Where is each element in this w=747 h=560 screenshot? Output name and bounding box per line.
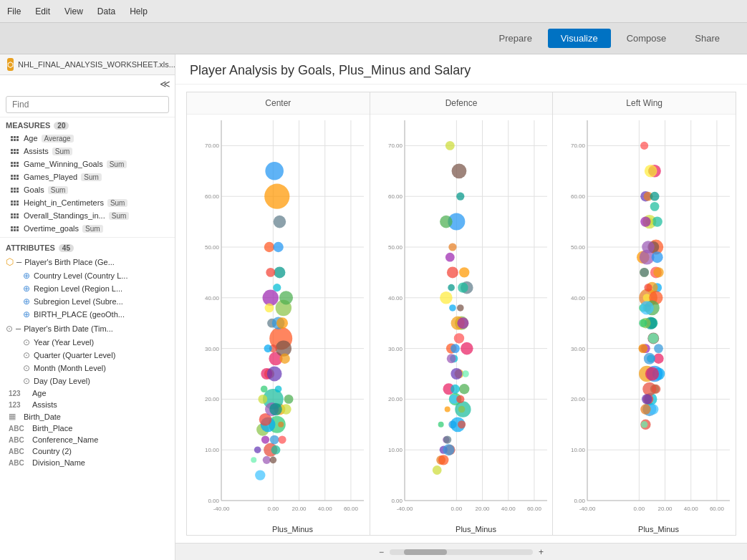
measure-height[interactable]: Height_in_Centimeters Sum bbox=[0, 196, 175, 209]
type-icon: ABC bbox=[9, 448, 29, 455]
measure-overall[interactable]: Overall_Standings_in... Sum bbox=[0, 209, 175, 222]
menu-help[interactable]: Help bbox=[130, 6, 148, 16]
measure-age[interactable]: Age Average bbox=[0, 132, 175, 145]
svg-point-151 bbox=[450, 344, 460, 353]
svg-point-236 bbox=[644, 353, 655, 365]
chart-panel-center: Center 0.0010.0020.0030.0040.0050.0060.0… bbox=[187, 92, 370, 535]
attributes-section-header: ATTRIBUTES 45 bbox=[0, 240, 175, 254]
svg-point-129 bbox=[453, 333, 463, 343]
attr-quarter-level[interactable]: ⊙ Quarter (Quarter Level) bbox=[0, 349, 175, 362]
menu-edit[interactable]: Edit bbox=[35, 6, 50, 16]
menu-file[interactable]: File bbox=[7, 6, 21, 16]
svg-point-75 bbox=[261, 435, 269, 443]
chart-panel-defence: Defence 0.0010.0020.0030.0040.0050.0060.… bbox=[370, 92, 554, 535]
attr-region-level[interactable]: ⊕ Region Level (Region L... bbox=[0, 282, 175, 295]
attr-birth-place[interactable]: ABC Birth_Place bbox=[0, 423, 175, 434]
svg-text:60.00: 60.00 bbox=[527, 506, 542, 512]
attr-day-label: Day (Day Level) bbox=[34, 377, 90, 385]
clock-icon: ⊙ bbox=[23, 363, 30, 373]
measure-goals[interactable]: Goals Sum bbox=[0, 183, 175, 196]
compose-button[interactable]: Compose bbox=[614, 29, 680, 48]
minus-icon-time[interactable]: – bbox=[16, 323, 21, 334]
attr-month-level[interactable]: ⊙ Month (Month Level) bbox=[0, 362, 175, 375]
minus-icon[interactable]: – bbox=[16, 256, 21, 267]
attr-birth-date[interactable]: ▦ Birth_Date bbox=[0, 410, 175, 423]
measure-game-winning-goals[interactable]: Game_Winning_Goals Sum bbox=[0, 158, 175, 170]
svg-point-237 bbox=[640, 319, 647, 327]
svg-point-76 bbox=[269, 403, 282, 416]
svg-text:20.00: 20.00 bbox=[571, 396, 586, 402]
svg-point-126 bbox=[445, 253, 455, 262]
content-area: Player Analysis by Goals, Plus_Minus and… bbox=[175, 54, 747, 560]
attr-age[interactable]: 123 Age bbox=[0, 387, 175, 399]
panel-title-left-wing: Left Wing bbox=[553, 92, 736, 115]
svg-point-50 bbox=[274, 266, 285, 278]
attr-country-2[interactable]: ABC Country (2) bbox=[0, 445, 175, 457]
visualize-button[interactable]: Visualize bbox=[548, 29, 611, 48]
svg-point-140 bbox=[450, 385, 460, 394]
svg-point-230 bbox=[650, 192, 660, 201]
attr-day-level[interactable]: ⊙ Day (Day Level) bbox=[0, 375, 175, 387]
svg-point-71 bbox=[276, 317, 288, 329]
menu-view[interactable]: View bbox=[64, 6, 83, 16]
svg-point-73 bbox=[266, 268, 275, 277]
file-name: NHL_FINAL_ANALYSIS_WORKSHEET.xls... bbox=[18, 60, 175, 69]
measure-age-label: Age bbox=[24, 134, 38, 143]
menu-bar: File Edit View Data Help bbox=[0, 0, 747, 23]
panel-title-center: Center bbox=[187, 92, 370, 115]
attr-birth-place-geo[interactable]: ⬡ – Player's Birth Place (Ge... bbox=[0, 254, 175, 269]
svg-text:30.00: 30.00 bbox=[388, 346, 403, 352]
svg-point-52 bbox=[278, 435, 286, 443]
svg-point-232 bbox=[640, 142, 648, 150]
svg-point-152 bbox=[457, 317, 468, 329]
svg-point-145 bbox=[445, 141, 455, 150]
svg-point-239 bbox=[642, 241, 655, 254]
collapse-sidebar-button[interactable]: ≪ bbox=[160, 78, 170, 90]
search-input[interactable] bbox=[6, 96, 169, 113]
type-icon: ABC bbox=[9, 459, 29, 467]
svg-text:40.00: 40.00 bbox=[571, 295, 586, 301]
svg-point-57 bbox=[261, 385, 268, 392]
attr-country-label: Country (2) bbox=[32, 447, 72, 455]
svg-text:40.00: 40.00 bbox=[501, 506, 516, 512]
zoom-out-button[interactable]: − bbox=[379, 547, 384, 557]
divider bbox=[0, 237, 175, 238]
svg-point-148 bbox=[459, 267, 469, 277]
type-icon: 123 bbox=[9, 401, 29, 409]
measure-overall-label: Overall_Standings_in... bbox=[24, 211, 105, 220]
attr-subregion-level[interactable]: ⊕ Subregion Level (Subre... bbox=[0, 295, 175, 308]
svg-point-72 bbox=[279, 291, 293, 304]
svg-point-231 bbox=[645, 165, 657, 178]
attr-country-level[interactable]: ⊕ Country Level (Country L... bbox=[0, 269, 175, 282]
attr-year-level[interactable]: ⊙ Year (Year Level) bbox=[0, 336, 175, 349]
svg-point-128 bbox=[440, 291, 453, 304]
prepare-button[interactable]: Prepare bbox=[486, 29, 545, 48]
measure-overtime[interactable]: Overtime_goals Sum bbox=[0, 222, 175, 235]
measure-icon bbox=[9, 198, 20, 207]
type-icon: ABC bbox=[9, 425, 29, 433]
share-button[interactable]: Share bbox=[682, 29, 733, 48]
svg-point-144 bbox=[451, 163, 466, 178]
attr-birth-date-time[interactable]: ⊙ – Player's Birth Date (Tim... bbox=[0, 321, 175, 336]
attr-conference-name[interactable]: ABC Conference_Name bbox=[0, 434, 175, 445]
type-icon: 123 bbox=[9, 390, 29, 397]
file-bar: ⬡ NHL_FINAL_ANALYSIS_WORKSHEET.xls... ▾ bbox=[0, 54, 175, 75]
attr-division-name[interactable]: ABC Division_Name bbox=[0, 457, 175, 468]
clock-icon: ⊙ bbox=[23, 350, 30, 360]
svg-point-233 bbox=[648, 333, 658, 343]
expand-button[interactable]: + bbox=[539, 547, 544, 557]
svg-point-68 bbox=[258, 395, 267, 404]
attr-assists[interactable]: 123 Assists bbox=[0, 399, 175, 410]
attr-year-label: Year (Year Level) bbox=[34, 338, 94, 347]
svg-text:Plus_Minus: Plus_Minus bbox=[638, 525, 679, 534]
menu-data[interactable]: Data bbox=[97, 6, 115, 16]
measure-assists[interactable]: Assists Sum bbox=[0, 145, 175, 158]
scroll-thumb[interactable] bbox=[404, 549, 447, 555]
attr-quarter-label: Quarter (Quarter Level) bbox=[34, 351, 115, 359]
attr-birth-place-geo-other[interactable]: ⊕ BIRTH_PLACE (geoOth... bbox=[0, 308, 175, 321]
svg-point-139 bbox=[461, 342, 473, 355]
svg-text:0.00: 0.00 bbox=[574, 498, 586, 504]
svg-text:10.00: 10.00 bbox=[571, 447, 586, 453]
scroll-track[interactable] bbox=[390, 549, 533, 555]
measure-games-played[interactable]: Games_Played Sum bbox=[0, 170, 175, 183]
